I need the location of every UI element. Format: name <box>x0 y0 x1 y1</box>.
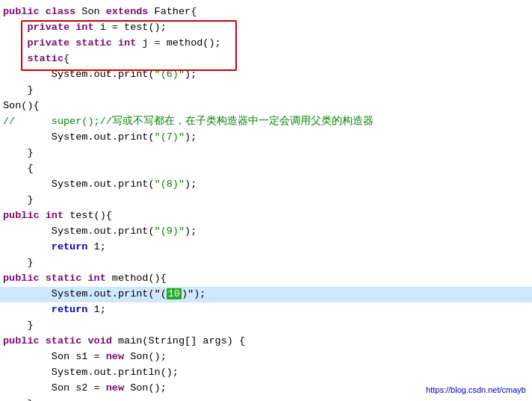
code-line-line5: System.out.print("(6)"); <box>0 67 532 83</box>
plain-text: Father{ <box>155 6 197 17</box>
plain-text: ); <box>185 131 197 143</box>
code-content-line22: public static void main(String[] args) { <box>0 334 532 349</box>
code-line-line14: public int test(){ <box>0 208 532 224</box>
keyword: int <box>46 210 69 221</box>
code-line-line10: } <box>0 146 532 161</box>
keyword: int <box>75 22 99 33</box>
plain-text: { <box>64 53 69 64</box>
code-content-line21: } <box>0 318 532 334</box>
plain-text: System.out.print("( <box>52 288 167 299</box>
code-content-line18: public static int method(){ <box>0 271 532 287</box>
plain-text: System.out.println(); <box>52 367 179 378</box>
code-line-line22: public static void main(String[] args) { <box>0 334 532 349</box>
code-line-line2: private int i = test(); <box>0 20 532 36</box>
code-line-line17: } <box>0 255 532 271</box>
plain-text: ); <box>185 178 197 190</box>
code-content-line12: System.out.print("(8)"); <box>0 177 532 193</box>
code-content-line20: return 1; <box>0 302 532 318</box>
code-line-line13: } <box>0 193 532 208</box>
code-content-line24: System.out.println(); <box>0 365 532 381</box>
code-line-line24: System.out.println(); <box>0 365 532 381</box>
plain-text: Son(){ <box>3 100 40 111</box>
keyword: public <box>3 6 46 17</box>
code-line-line9: System.out.print("(7)"); <box>0 130 532 146</box>
plain-text: } <box>27 147 33 158</box>
code-content-line9: System.out.print("(7)"); <box>0 130 532 146</box>
code-line-line18: public static int method(){ <box>0 271 532 287</box>
plain-text: } <box>27 257 33 268</box>
keyword: public <box>3 273 46 284</box>
plain-text: } <box>27 398 33 401</box>
code-content-line15: System.out.print("(9)"); <box>0 224 532 240</box>
code-line-line11: { <box>0 161 532 177</box>
code-line-line26: } <box>0 397 532 401</box>
string-literal: "(9)" <box>155 226 185 237</box>
plain-text: System.out.print( <box>52 178 155 190</box>
code-line-line3: private static int j = method(); <box>0 36 532 52</box>
comment: // super();//写或不写都在，在子类构造器中一定会调用父类的构造器 <box>3 116 374 127</box>
keyword: class <box>46 6 82 17</box>
keyword: static <box>75 37 118 49</box>
keyword: static <box>46 335 88 346</box>
string-literal: "(6)" <box>155 69 185 80</box>
plain-text: ); <box>185 226 197 237</box>
code-line-line16: return 1; <box>0 240 532 255</box>
code-content-line14: public int test(){ <box>0 208 532 224</box>
keyword: public <box>3 335 46 346</box>
plain-text: j = method(); <box>142 37 220 49</box>
code-editor: public class Son extends Father{ private… <box>0 0 532 401</box>
keyword: static <box>27 53 64 64</box>
keyword: int <box>118 37 142 49</box>
plain-text: ); <box>185 69 197 80</box>
keyword: public <box>3 210 46 221</box>
code-line-line8: // super();//写或不写都在，在子类构造器中一定会调用父类的构造器 <box>0 114 532 130</box>
code-line-line6: } <box>0 83 532 99</box>
code-content-line11: { <box>0 161 532 177</box>
keyword-blue: return <box>52 304 94 315</box>
code-line-line7: Son(){ <box>0 99 532 114</box>
plain-text: main(String[] args) { <box>118 335 245 346</box>
code-line-line19: System.out.print("(10)"); <box>0 287 532 302</box>
code-line-line4: static{ <box>0 52 532 67</box>
keyword: int <box>87 273 111 284</box>
keyword: private <box>27 22 75 33</box>
code-content-line1: public class Son extends Father{ <box>0 4 532 20</box>
plain-text: System.out.print( <box>52 69 155 80</box>
code-line-line15: System.out.print("(9)"); <box>0 224 532 240</box>
code-content-line13: } <box>0 193 532 208</box>
string-literal: "(7)" <box>155 131 185 143</box>
code-content-line16: return 1; <box>0 240 532 255</box>
plain-text: method(){ <box>112 273 167 284</box>
keyword: static <box>46 273 88 284</box>
keyword: void <box>87 335 118 346</box>
plain-text: } <box>27 84 33 96</box>
string-literal: "(8)" <box>155 178 185 190</box>
plain-text: Son s2 = <box>52 382 106 394</box>
plain-text: i = test(); <box>100 22 167 33</box>
code-line-line23: Son s1 = new Son(); <box>0 349 532 365</box>
plain-text: } <box>27 320 33 331</box>
keyword: new <box>106 382 130 394</box>
plain-text: 1; <box>94 304 106 315</box>
plain-text: System.out.print( <box>52 226 155 237</box>
code-content-line8: // super();//写或不写都在，在子类构造器中一定会调用父类的构造器 <box>0 114 532 130</box>
code-line-line1: public class Son extends Father{ <box>0 4 532 20</box>
code-content-line6: } <box>0 83 532 99</box>
keyword: private <box>27 37 75 49</box>
code-line-line21: } <box>0 318 532 334</box>
plain-text: Son s1 = <box>52 351 106 362</box>
code-content-line10: } <box>0 146 532 161</box>
code-content-line2: private int i = test(); <box>0 20 532 36</box>
code-line-line12: System.out.print("(8)"); <box>0 177 532 193</box>
plain-text: System.out.print( <box>52 131 155 143</box>
number-highlight: 10 <box>167 288 182 299</box>
plain-text: test(){ <box>69 210 112 221</box>
plain-text: { <box>27 163 33 174</box>
plain-text: Son <box>81 6 105 17</box>
code-content-line3: private static int j = method(); <box>0 36 532 52</box>
keyword-blue: return <box>52 241 94 252</box>
watermark: https://blog.csdn.net/cmayb <box>426 384 526 397</box>
plain-text: Son(); <box>130 351 167 362</box>
code-content-line26: } <box>0 397 532 401</box>
plain-text: } <box>27 194 33 205</box>
